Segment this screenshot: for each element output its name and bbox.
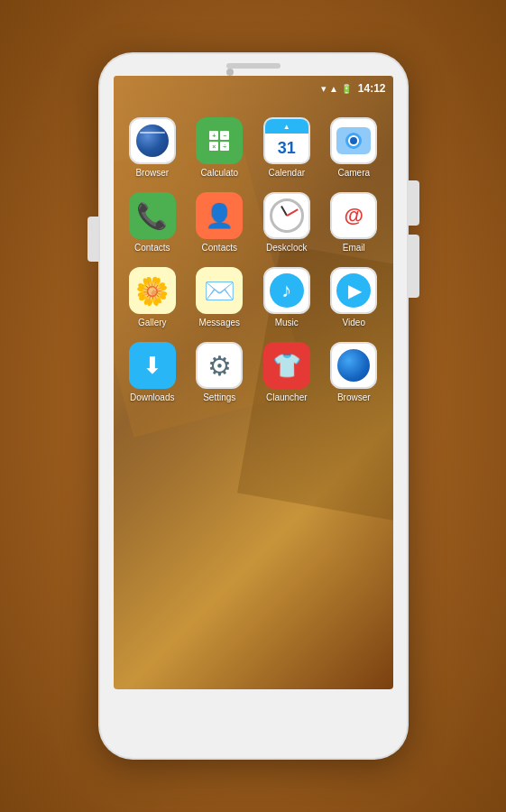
battery-icon: 🔋 <box>341 84 352 94</box>
left-button[interactable] <box>87 217 98 262</box>
clauncher-icon: 👕 <box>263 342 310 389</box>
power-button[interactable] <box>409 180 419 226</box>
email-icon: @ <box>330 192 377 239</box>
deskclock-icon <box>263 192 310 239</box>
calendar-icon: ▲ 31 <box>263 117 310 164</box>
contacts-orange-icon: 👤 <box>196 192 243 239</box>
contacts-orange-label: Contacts <box>202 243 237 253</box>
settings-label: Settings <box>203 392 235 402</box>
app-messages[interactable]: ✉️ Messages <box>188 262 252 333</box>
volume-button[interactable] <box>409 235 419 298</box>
email-label: Email <box>343 243 365 253</box>
clock-time: 14:12 <box>358 82 386 95</box>
clauncher-label: Clauncher <box>266 392 308 402</box>
front-camera <box>226 69 234 76</box>
app-contacts-green[interactable]: 📞 Contacts <box>121 187 185 258</box>
music-icon: ♪ <box>263 267 310 314</box>
speaker <box>226 63 281 69</box>
phone-device: ▾ ▲ 🔋 14:12 Browser + − × <box>100 54 407 758</box>
browser-icon <box>129 117 176 164</box>
browser-label: Browser <box>135 168 169 178</box>
deskclock-label: Deskclock <box>266 243 308 253</box>
contacts-green-label: Contacts <box>134 243 170 253</box>
signal-icon: ▲ <box>329 84 338 94</box>
app-browser2[interactable]: Browser <box>322 337 386 408</box>
camera-label: Camera <box>337 168 370 178</box>
music-label: Music <box>275 318 299 328</box>
app-browser[interactable]: Browser <box>121 112 185 183</box>
app-music[interactable]: ♪ Music <box>255 262 319 333</box>
wifi-icon: ▾ <box>321 83 327 95</box>
gallery-label: Gallery <box>138 318 167 328</box>
video-label: Video <box>343 318 365 328</box>
app-calculator[interactable]: + − × ÷ Calculato <box>188 112 252 183</box>
gallery-icon: 🌼 <box>129 267 176 314</box>
app-settings[interactable]: ⚙ Settings <box>188 337 252 408</box>
messages-icon: ✉️ <box>196 267 243 314</box>
status-bar: ▾ ▲ 🔋 14:12 <box>114 76 393 101</box>
phone-screen: ▾ ▲ 🔋 14:12 Browser + − × <box>114 76 393 689</box>
settings-icon: ⚙ <box>196 342 243 389</box>
browser2-label: Browser <box>337 392 371 402</box>
app-contacts-orange[interactable]: 👤 Contacts <box>188 187 252 258</box>
app-grid: Browser + − × ÷ Calculato ▲ 31 <box>114 101 393 419</box>
calculator-icon: + − × ÷ <box>196 117 243 164</box>
downloads-icon: ⬇ <box>129 342 176 389</box>
app-deskclock[interactable]: Deskclock <box>255 187 319 258</box>
app-email[interactable]: @ Email <box>322 187 386 258</box>
browser2-icon <box>330 342 377 389</box>
calculator-label: Calculato <box>200 168 238 178</box>
messages-label: Messages <box>198 318 240 328</box>
video-icon: ▶ <box>330 267 377 314</box>
app-downloads[interactable]: ⬇ Downloads <box>121 337 185 408</box>
app-clauncher[interactable]: 👕 Clauncher <box>255 337 319 408</box>
app-calendar[interactable]: ▲ 31 Calendar <box>255 112 319 183</box>
contacts-green-icon: 📞 <box>129 192 176 239</box>
app-camera[interactable]: Camera <box>322 112 386 183</box>
camera-icon <box>330 117 377 164</box>
downloads-label: Downloads <box>130 392 174 402</box>
calendar-label: Calendar <box>268 168 305 178</box>
app-gallery[interactable]: 🌼 Gallery <box>121 262 185 333</box>
app-video[interactable]: ▶ Video <box>322 262 386 333</box>
